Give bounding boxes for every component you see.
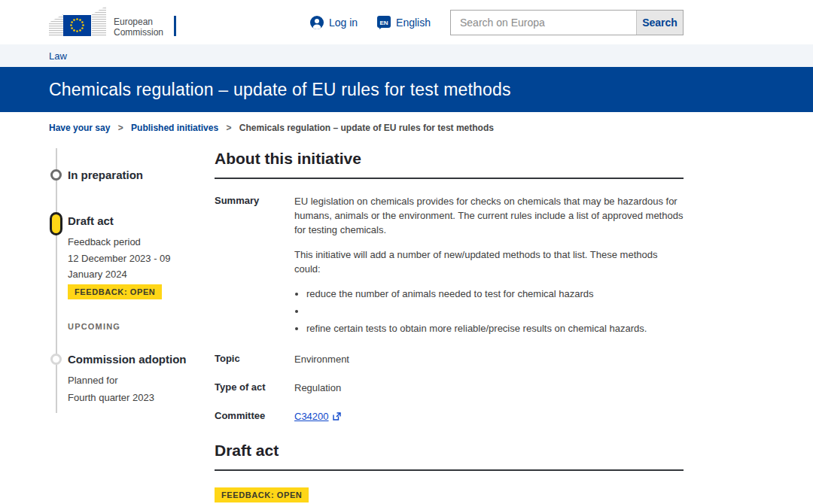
breadcrumb-current-page: Chemicals regulation – update of EU rule… (239, 123, 494, 133)
summary-bullet-list: reduce the number of animals needed to t… (306, 287, 684, 335)
page-banner: Chemicals regulation – update of EU rule… (0, 67, 813, 112)
draft-act-heading: Draft act (215, 442, 684, 471)
language-label: English (396, 17, 431, 29)
logo-stripes-left (49, 14, 63, 36)
committee-link[interactable]: C34200 (294, 409, 341, 424)
page-title: Chemicals regulation – update of EU rule… (49, 80, 511, 100)
login-link[interactable]: Log in (310, 16, 358, 29)
about-rows: Summary EU legislation on chemicals prov… (215, 194, 684, 424)
type-of-act-label: Type of act (215, 381, 294, 395)
committee-label: Committee (215, 409, 294, 424)
timeline-step-commission-adoption: Commission adoption (68, 353, 187, 366)
logo-text-line1: European (114, 17, 153, 27)
language-en-icon: EN (377, 16, 391, 29)
search-button[interactable]: Search (636, 11, 683, 35)
type-of-act-row: Type of act Regulation (215, 381, 684, 395)
language-code: EN (380, 19, 388, 26)
european-commission-logo[interactable]: European Commission (49, 5, 178, 40)
topic-value: Environment (294, 352, 349, 366)
breadcrumb: Have your say > Published initiatives > … (0, 112, 813, 141)
summary-label: Summary (215, 194, 294, 339)
timeline-line (56, 148, 57, 413)
timeline-marker-in-preparation (50, 169, 62, 181)
timeline-draft-act-date-line1: 12 December 2023 - 09 (68, 253, 171, 264)
login-label: Log in (329, 17, 358, 29)
draft-act-section: Draft act FEEDBACK: OPEN Feedback period… (215, 442, 684, 504)
topic-row: Topic Environment (215, 352, 684, 366)
header-actions: Log in EN English Search (310, 10, 684, 35)
site-header: European Commission Log in EN English (0, 0, 813, 44)
logo-divider-bar (174, 16, 176, 36)
login-person-icon (310, 16, 324, 29)
breadcrumb-have-your-say[interactable]: Have your say (49, 123, 110, 133)
logo-text-line2: Commission (114, 27, 163, 38)
timeline-marker-commission-adoption (50, 354, 62, 365)
logo-stripes-right (92, 6, 106, 36)
topic-label: Topic (215, 352, 294, 366)
initiative-timeline: In preparation Draft act Feedback period… (49, 141, 215, 494)
summary-bullet (306, 304, 684, 318)
breadcrumb-separator: > (118, 123, 123, 133)
summary-paragraph-2: This initiative will add a number of new… (294, 247, 684, 276)
language-selector[interactable]: EN English (377, 16, 431, 29)
timeline-upcoming-label: UPCOMING (68, 322, 120, 331)
committee-row: Committee C34200 (215, 409, 684, 424)
summary-bullet: reduce the number of animals needed to t… (306, 287, 684, 301)
summary-paragraph-1: EU legislation on chemicals provides for… (294, 194, 684, 237)
main-content: About this initiative Summary EU legisla… (215, 141, 684, 504)
external-link-icon (333, 412, 341, 421)
feedback-open-badge-main: FEEDBACK: OPEN (215, 487, 309, 502)
search-input[interactable] (451, 11, 636, 35)
search-group: Search (450, 10, 684, 35)
summary-content: EU legislation on chemicals provides for… (294, 194, 684, 339)
committee-link-text: C34200 (294, 409, 329, 424)
site-section-link-law[interactable]: Law (49, 50, 67, 62)
timeline-draft-act-date-line2: January 2024 (68, 269, 127, 280)
summary-row: Summary EU legislation on chemicals prov… (215, 194, 684, 339)
breadcrumb-separator: > (226, 123, 231, 133)
site-section-bar: Law (0, 44, 813, 67)
feedback-open-badge-sidebar: FEEDBACK: OPEN (68, 284, 162, 299)
timeline-step-in-preparation: In preparation (68, 169, 143, 181)
summary-bullet: refine certain tests to obtain more reli… (306, 321, 684, 335)
content-layout: In preparation Draft act Feedback period… (0, 141, 813, 504)
type-of-act-value: Regulation (294, 381, 341, 395)
timeline-step-draft-act: Draft act (68, 214, 114, 227)
timeline-commission-adoption-subtitle: Planned for (68, 375, 118, 386)
timeline-draft-act-subtitle: Feedback period (68, 236, 141, 247)
timeline-commission-adoption-date: Fourth quarter 2023 (68, 392, 154, 403)
about-heading: About this initiative (215, 150, 684, 179)
ec-logo-graphic: European Commission (49, 5, 178, 40)
timeline-marker-draft-act (50, 212, 62, 235)
breadcrumb-published-initiatives[interactable]: Published initiatives (131, 123, 218, 133)
